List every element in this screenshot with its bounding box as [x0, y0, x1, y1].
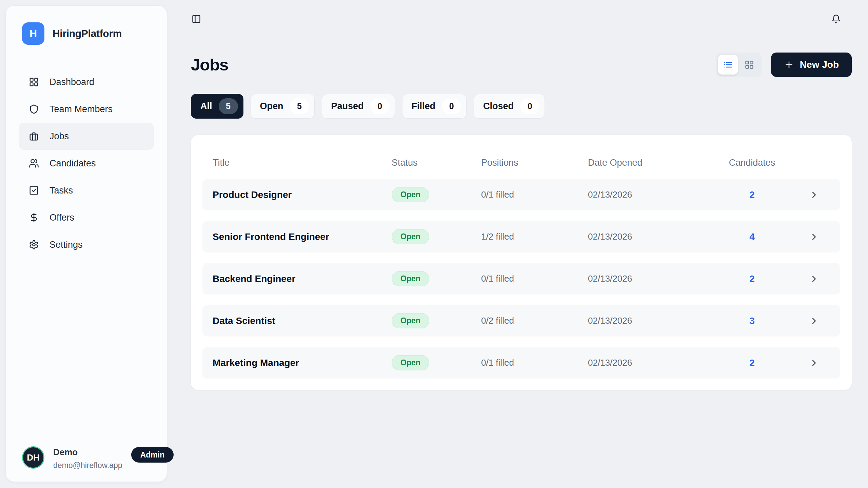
filter-count-badge: 0 — [370, 98, 390, 114]
filter-count-badge: 0 — [520, 98, 539, 114]
filter-label: Filled — [412, 101, 436, 111]
gear-icon — [29, 240, 39, 250]
filter-label: Paused — [331, 101, 364, 111]
candidates-count-link[interactable]: 2 — [723, 358, 781, 368]
column-header-title: Title — [213, 158, 392, 168]
main-area: Jobs — [167, 0, 868, 488]
new-job-label: New Job — [800, 59, 839, 70]
table-row[interactable]: Senior Frontend Engineer Open 1/2 filled… — [202, 221, 840, 252]
topbar — [173, 0, 868, 38]
date-opened-cell: 02/13/2026 — [588, 316, 723, 326]
chevron-right-icon[interactable] — [809, 274, 840, 284]
header-actions: New Job — [716, 53, 852, 77]
candidates-count-link[interactable]: 3 — [723, 316, 781, 326]
filter-label: Open — [260, 101, 283, 111]
user-meta: Demo demo@hireflow.app — [53, 446, 122, 470]
filter-filled[interactable]: Filled 0 — [402, 94, 467, 119]
task-check-icon — [29, 185, 39, 196]
status-badge: Open — [392, 229, 429, 244]
sidebar-item-label: Settings — [50, 240, 83, 250]
sidebar-nav: Dashboard Team Members Jobs Candidates T… — [6, 68, 167, 258]
user-email: demo@hireflow.app — [53, 461, 122, 470]
status-badge: Open — [392, 313, 429, 328]
plus-icon — [784, 60, 794, 70]
sidebar-item-jobs[interactable]: Jobs — [19, 123, 154, 150]
sidebar: H HiringPlatform Dashboard Team Members … — [5, 5, 167, 482]
status-filters: All 5 Open 5 Paused 0 Filled 0 Closed 0 — [191, 94, 852, 119]
positions-cell: 0/1 filled — [481, 358, 588, 368]
users-icon — [29, 158, 39, 168]
table-header-row: Title Status Positions Date Opened Candi… — [202, 146, 840, 179]
dashboard-icon — [29, 77, 39, 87]
page-header: Jobs — [191, 53, 852, 77]
sidebar-item-label: Dashboard — [50, 77, 94, 87]
positions-cell: 0/1 filled — [481, 189, 588, 200]
sidebar-item-candidates[interactable]: Candidates — [19, 150, 154, 177]
sidebar-item-tasks[interactable]: Tasks — [19, 177, 154, 204]
job-title: Senior Frontend Engineer — [213, 231, 392, 242]
sidebar-toggle-button[interactable] — [190, 12, 203, 26]
filter-label: Closed — [483, 101, 514, 111]
brand-name: HiringPlatform — [53, 28, 122, 39]
job-title: Backend Engineer — [213, 273, 392, 284]
candidates-count-link[interactable]: 2 — [723, 189, 781, 200]
candidates-count-link[interactable]: 2 — [723, 273, 781, 284]
filter-count-badge: 0 — [442, 98, 461, 114]
status-badge: Open — [392, 271, 429, 286]
chevron-right-icon[interactable] — [809, 316, 840, 326]
column-header-candidates: Candidates — [723, 158, 781, 168]
sidebar-item-label: Jobs — [50, 131, 69, 142]
date-opened-cell: 02/13/2026 — [588, 231, 723, 242]
column-header-date-opened: Date Opened — [588, 158, 723, 168]
list-icon — [723, 60, 733, 69]
avatar: DH — [22, 446, 44, 469]
status-badge: Open — [392, 355, 429, 370]
shield-icon — [29, 104, 39, 114]
date-opened-cell: 02/13/2026 — [588, 358, 723, 368]
briefcase-icon — [29, 131, 39, 141]
positions-cell: 1/2 filled — [481, 231, 588, 242]
sidebar-item-label: Tasks — [50, 185, 73, 196]
filter-paused[interactable]: Paused 0 — [322, 94, 395, 119]
job-title: Product Designer — [213, 189, 392, 200]
panel-left-icon — [192, 14, 201, 24]
filter-count-badge: 5 — [219, 98, 238, 114]
positions-cell: 0/2 filled — [481, 316, 588, 326]
table-row[interactable]: Product Designer Open 0/1 filled 02/13/2… — [202, 179, 840, 210]
job-title: Data Scientist — [213, 316, 392, 326]
table-row[interactable]: Marketing Manager Open 0/1 filled 02/13/… — [202, 347, 840, 379]
sidebar-item-offers[interactable]: Offers — [19, 204, 154, 231]
sidebar-item-label: Offers — [50, 212, 74, 223]
view-toggle — [716, 53, 762, 77]
column-header-status: Status — [392, 158, 481, 168]
filter-label: All — [200, 101, 212, 111]
status-badge: Open — [392, 187, 429, 202]
filter-closed[interactable]: Closed 0 — [474, 94, 545, 119]
sidebar-item-settings[interactable]: Settings — [19, 231, 154, 258]
brand-initial: H — [29, 28, 37, 39]
brand: H HiringPlatform — [6, 6, 167, 45]
table-row[interactable]: Data Scientist Open 0/2 filled 02/13/202… — [202, 305, 840, 337]
list-view-button[interactable] — [718, 55, 738, 75]
avatar-initials: DH — [27, 452, 40, 463]
role-badge: Admin — [131, 447, 174, 463]
grid-view-button[interactable] — [739, 55, 759, 75]
candidates-count-link[interactable]: 4 — [723, 231, 781, 242]
dollar-icon — [29, 212, 39, 223]
chevron-right-icon[interactable] — [809, 190, 840, 200]
user-card[interactable]: DH Demo demo@hireflow.app Admin — [22, 446, 153, 470]
filter-all[interactable]: All 5 — [191, 94, 243, 119]
table-row[interactable]: Backend Engineer Open 0/1 filled 02/13/2… — [202, 263, 840, 294]
grid-icon — [745, 60, 754, 69]
user-name: Demo — [53, 447, 122, 458]
notifications-button[interactable] — [829, 12, 843, 26]
new-job-button[interactable]: New Job — [771, 53, 852, 77]
column-header-positions: Positions — [481, 158, 588, 168]
chevron-right-icon[interactable] — [809, 232, 840, 242]
filter-open[interactable]: Open 5 — [251, 94, 315, 119]
page-title: Jobs — [191, 55, 228, 74]
chevron-right-icon[interactable] — [809, 358, 840, 368]
sidebar-item-team-members[interactable]: Team Members — [19, 96, 154, 123]
brand-logo: H — [22, 22, 44, 45]
sidebar-item-dashboard[interactable]: Dashboard — [19, 68, 154, 96]
